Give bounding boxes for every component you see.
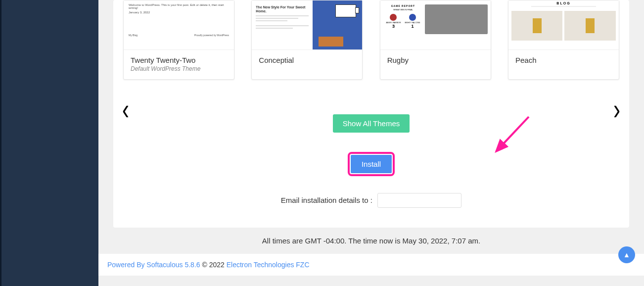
theme-title: Conceptial — [259, 56, 355, 64]
thumb-text: 1 — [405, 24, 420, 29]
main-content: Welcome to WordPress. This is your first… — [98, 0, 644, 286]
install-button[interactable]: Install — [351, 155, 392, 173]
thumb-text: BLOG — [511, 1, 616, 5]
email-label: Email installation details to : — [281, 196, 372, 204]
scroll-to-top-button[interactable]: ▲ — [618, 246, 635, 263]
thumb-text: The New Style For Your Sweet Home. — [256, 5, 309, 14]
email-input[interactable] — [377, 193, 461, 208]
thumb-image — [511, 11, 563, 41]
thumb-text: GREAT WIN IN FINAL — [383, 8, 423, 11]
thumb-text: My Blog — [129, 34, 138, 37]
theme-title: Rugby — [387, 56, 484, 64]
copyright-text: © 2022 — [200, 261, 227, 269]
footer: Powered By Softaculous 5.8.6 © 2022 Elec… — [98, 254, 644, 276]
theme-carousel: Welcome to WordPress. This is your first… — [113, 0, 629, 80]
thumb-image — [425, 4, 488, 34]
powered-by-link[interactable]: Powered By Softaculous 5.8.6 — [107, 261, 200, 269]
timezone-bar: All times are GMT -04:00. The time now i… — [98, 228, 644, 254]
theme-card[interactable]: BLOG Peach — [508, 0, 619, 80]
thumb-text: GAME REPORT — [383, 4, 423, 7]
theme-thumbnail: BLOG — [508, 0, 619, 50]
theme-title: Peach — [515, 56, 612, 64]
sidebar — [0, 0, 98, 286]
thumb-text: Proudly powered by WordPress — [194, 34, 229, 37]
theme-title: Twenty Twenty-Two — [131, 56, 227, 64]
theme-card[interactable]: GAME REPORT GREAT WIN IN FINAL ANGRY WAR… — [380, 0, 491, 80]
install-panel: Welcome to WordPress. This is your first… — [113, 0, 629, 228]
show-all-themes-button[interactable]: Show All Themes — [333, 114, 410, 133]
theme-thumbnail: The New Style For Your Sweet Home. — [252, 0, 362, 50]
thumb-text: Welcome to WordPress. This is your first… — [129, 3, 229, 9]
thumb-image — [564, 11, 616, 41]
theme-subtitle: Default WordPress Theme — [131, 65, 227, 72]
theme-thumbnail: GAME REPORT GREAT WIN IN FINAL ANGRY WAR… — [380, 0, 491, 50]
carousel-prev-icon[interactable]: ‹ — [122, 95, 129, 124]
theme-card[interactable]: Welcome to WordPress. This is your first… — [123, 0, 234, 80]
theme-thumbnail: Welcome to WordPress. This is your first… — [124, 0, 234, 50]
thumb-text: January 3, 2022 — [129, 11, 229, 14]
company-link[interactable]: Electron Technologies FZC — [227, 261, 310, 269]
carousel-next-icon[interactable]: › — [613, 95, 620, 124]
theme-card[interactable]: The New Style For Your Sweet Home. — [251, 0, 363, 80]
thumb-text: 3 — [386, 24, 401, 29]
arrow-up-icon: ▲ — [623, 251, 630, 259]
